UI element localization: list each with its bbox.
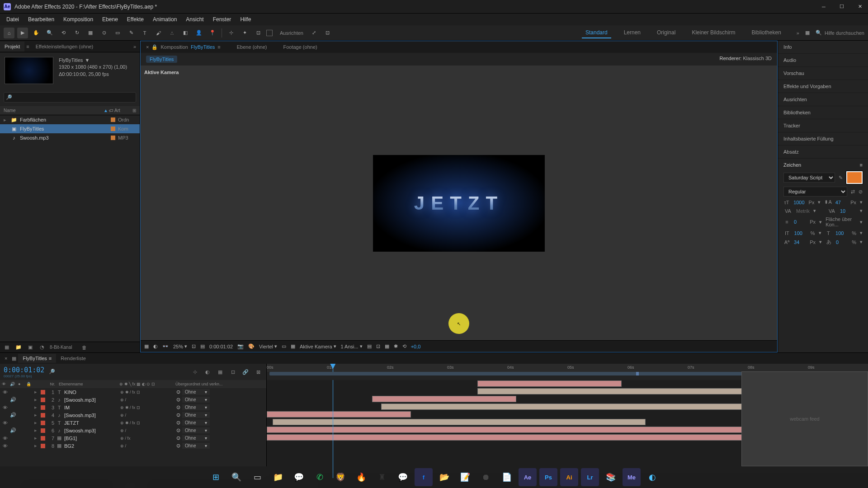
puppet-tool[interactable]: 📍 [207, 28, 218, 38]
workspace-bibliotheken[interactable]: Bibliotheken [748, 28, 784, 38]
current-time[interactable]: 0:00:01:02 [4, 366, 44, 374]
font-family-select[interactable]: Saturday Script [783, 173, 835, 183]
local-axis-tool[interactable]: ⊹ [226, 28, 236, 38]
snap-checkbox[interactable] [266, 30, 273, 36]
maximize-button[interactable]: ☐ [837, 2, 846, 11]
taskbar-notepad[interactable]: 📄 [498, 468, 516, 486]
layer-bar[interactable] [267, 411, 411, 418]
layer-bar[interactable] [273, 419, 646, 425]
menu-komposition[interactable]: Komposition [59, 14, 98, 24]
effekte-tab[interactable]: Effekteinstellungen (ohne) [31, 42, 98, 52]
taskbar-photoshop[interactable]: Ps [539, 468, 557, 486]
minimize-button[interactable]: ─ [819, 2, 828, 11]
panel-vorschau[interactable]: Vorschau [778, 67, 868, 80]
panel-ausrichten[interactable]: Ausrichten [778, 93, 868, 106]
col-layername-header[interactable]: Ebenenname [57, 382, 118, 386]
workspace-lernen[interactable]: Lernen [620, 28, 644, 38]
taskbar-app1[interactable]: ♜ [373, 468, 391, 486]
col-type-header[interactable]: Art [114, 108, 132, 113]
taskbar-illustrator[interactable]: Ai [560, 468, 578, 486]
resolution-dropdown[interactable]: Viertel ▾ [259, 343, 277, 349]
composition-viewer[interactable]: Aktive Kamera JETZT ↖ [141, 66, 777, 340]
taskbar-teams[interactable]: 💬 [290, 468, 308, 486]
stamp-tool[interactable]: ⛬ [166, 28, 177, 38]
timeline-layer[interactable]: 👁▸8▦BG2⊕ /⊙Ohne ▾ [0, 442, 266, 450]
project-search[interactable]: 🔎 [4, 92, 136, 103]
panel-audio[interactable]: Audio [778, 54, 868, 67]
eraser-tool[interactable]: ◧ [180, 28, 191, 38]
leading-value[interactable]: 47 [835, 200, 847, 205]
camera-tool[interactable]: ▦ [85, 28, 96, 38]
tl-render-tab[interactable]: Renderliste [56, 354, 90, 363]
view-axis-tool[interactable]: ⊡ [253, 28, 264, 38]
menu-ansicht[interactable]: Ansicht [181, 14, 208, 24]
workspace-original[interactable]: Original [653, 28, 679, 38]
tl-tool-1[interactable]: ⊹ [190, 367, 199, 376]
color-mgmt-icon[interactable]: 🎨 [248, 343, 255, 349]
menu-ebene[interactable]: Ebene [98, 14, 123, 24]
taskbar-search[interactable]: 🔍 [227, 468, 245, 486]
stroke-over-dropdown[interactable]: Fläche über Kon... [826, 216, 856, 227]
workspace-kleiner bildschirm[interactable]: Kleiner Bildschirm [688, 28, 739, 38]
menu-datei[interactable]: Datei [2, 14, 24, 24]
panel-menu-icon[interactable]: ≡ [24, 44, 31, 49]
guides-toggle[interactable]: ▤ [200, 343, 205, 349]
zoom-tool[interactable]: 🔍 [44, 28, 55, 38]
taskbar-files[interactable]: 📂 [435, 468, 453, 486]
playhead-line[interactable] [333, 380, 333, 478]
taskbar-lightroom[interactable]: Lr [581, 468, 599, 486]
camera-dropdown[interactable]: Aktive Kamera ▾ [300, 343, 336, 349]
panel-inhaltsbasierte-füllung[interactable]: Inhaltsbasierte Füllung [778, 132, 868, 145]
close-tab-icon[interactable]: × [146, 44, 149, 50]
snap-option2[interactable]: ⊡ [322, 28, 333, 38]
help-search[interactable]: Hilfe durchsuchen [825, 30, 864, 36]
menu-animation[interactable]: Animation [148, 14, 181, 24]
menu-bearbeiten[interactable]: Bearbeiten [24, 14, 59, 24]
menu-hilfe[interactable]: Hilfe [236, 14, 255, 24]
time-display[interactable]: 0:00:01:02 [209, 344, 233, 349]
col-more-icon[interactable]: ⊞ [132, 108, 136, 113]
new-comp-icon[interactable]: ▣ [26, 343, 34, 352]
comp-breadcrumb[interactable]: FlyByTitles [146, 56, 177, 63]
anchor-tool[interactable]: ⊙ [99, 28, 109, 38]
taskbar-start[interactable]: ⊞ [207, 468, 225, 486]
timeline-layer[interactable]: 🔊▸2♪[Swoosh.mp3]⊕ /⊙Ohne ▾ [0, 396, 266, 404]
ebene-tab[interactable]: Ebene (ohne) [233, 42, 271, 52]
projekt-tab[interactable]: Projekt [0, 42, 24, 52]
zoom-level[interactable]: 25% ▾ [173, 343, 187, 349]
panel-tracker[interactable]: Tracker [778, 119, 868, 132]
playhead[interactable] [333, 364, 333, 372]
tl-tool-3[interactable]: ▦ [216, 367, 225, 376]
taskbar-explorer[interactable]: 📁 [269, 468, 287, 486]
tl-tool-6[interactable]: ⊠ [254, 367, 263, 376]
zeichen-title[interactable]: Zeichen [783, 162, 801, 168]
taskbar-mediaencoder[interactable]: Me [623, 468, 641, 486]
taskbar-whatsapp[interactable]: ✆ [311, 468, 329, 486]
tl-search-icon[interactable]: 🔎 [49, 369, 55, 375]
view-opts-2[interactable]: ⊡ [376, 343, 380, 349]
channel-toggle[interactable]: ◐ [153, 343, 158, 349]
workspace-panel-icon[interactable]: ▦ [802, 28, 813, 38]
view-opts-4[interactable]: ✱ [394, 343, 398, 349]
snap-option1[interactable]: ⤢ [309, 28, 320, 38]
home-tool[interactable]: ⌂ [4, 28, 14, 38]
timeline-layer[interactable]: 🔊▸4♪[Swoosh.mp3]⊕ /⊙Ohne ▾ [0, 411, 266, 419]
footage-tab[interactable]: Footage (ohne) [279, 42, 321, 52]
col-num-header[interactable]: Nr. [48, 382, 55, 386]
swap-colors-icon[interactable]: ⇄ [851, 189, 855, 195]
tl-lock-icon[interactable]: ▦ [10, 356, 18, 361]
panel-bibliotheken[interactable]: Bibliotheken [778, 106, 868, 119]
taskbar-facebook[interactable]: f [415, 468, 433, 486]
views-dropdown[interactable]: 1 Ansi... ▾ [341, 343, 363, 349]
layer-bar[interactable] [477, 380, 622, 387]
sort-icon[interactable]: ▲ [104, 108, 108, 113]
menu-effekte[interactable]: Effekte [123, 14, 148, 24]
new-folder-icon[interactable]: 📁 [14, 343, 23, 352]
project-item[interactable]: ▣FlyByTitlesKom [0, 124, 140, 133]
font-size-value[interactable]: 1000 [793, 200, 805, 205]
transparency-toggle[interactable]: ▦ [291, 343, 295, 349]
roto-tool[interactable]: 👤 [193, 28, 204, 38]
exposure-value[interactable]: +0,0 [411, 344, 421, 349]
layer-bar[interactable] [381, 404, 772, 410]
bit-depth[interactable]: 8-Bit-Kanal [50, 345, 72, 350]
